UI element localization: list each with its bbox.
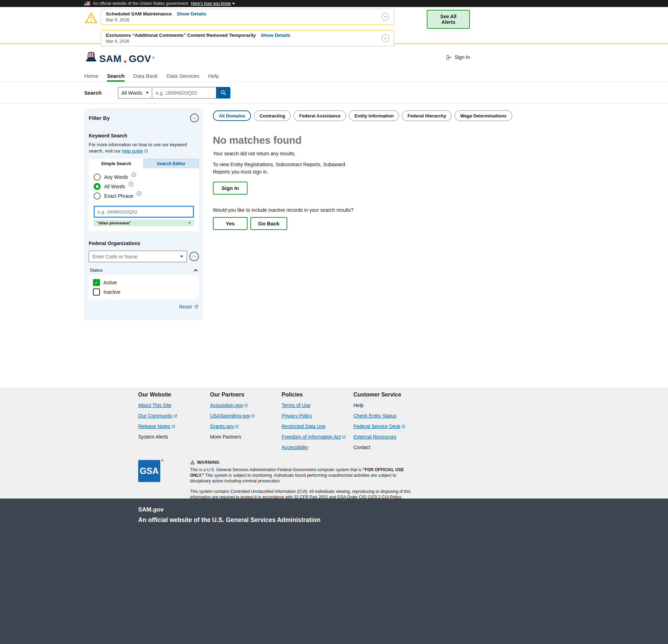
collapse-filters-button[interactable]: −: [190, 114, 199, 122]
pill-federal-assistance[interactable]: Federal Assistance: [293, 110, 346, 121]
checkbox-inactive[interactable]: [93, 289, 100, 296]
nav-item-home[interactable]: Home: [84, 70, 98, 82]
keyword-search-heading: Keyword Search: [89, 133, 199, 138]
footer-link-external-resources[interactable]: External Resources: [353, 434, 396, 440]
alert-show-details-link[interactable]: Show Details: [177, 11, 206, 16]
footer-link-help[interactable]: Help: [353, 402, 364, 408]
pill-all-domains[interactable]: All Domains: [213, 110, 251, 121]
nav-item-data-services[interactable]: Data Services: [167, 70, 199, 82]
footer-link-terms-of-use[interactable]: Terms of Use: [282, 402, 310, 408]
footer-link-release-notes[interactable]: Release Notes: [138, 423, 175, 429]
footer-link-foia[interactable]: Freedom of Information Act: [282, 434, 346, 440]
keyword-tabs: Simple Search Search Editor: [89, 159, 199, 168]
info-icon[interactable]: i: [131, 172, 136, 177]
footer-heading: Our Partners: [210, 392, 282, 398]
footer-link-check-entity-status[interactable]: Check Entity Status: [353, 413, 396, 419]
external-link-icon: [244, 404, 248, 407]
info-icon[interactable]: i: [137, 191, 141, 196]
logo-star-icon: ★: [123, 59, 128, 64]
warning-paragraph-2: This system contains Controlled Unclassi…: [190, 489, 418, 500]
footer-link-grants-gov[interactable]: Grants.gov: [210, 423, 239, 429]
filter-panel: Filter By − Keyword Search For more info…: [84, 109, 203, 320]
search-mode-select[interactable]: All Words: [118, 87, 152, 99]
info-icon[interactable]: i: [129, 182, 133, 187]
close-icon[interactable]: ×: [382, 34, 389, 42]
footer-heading: Customer Service: [353, 392, 445, 398]
radio-exact-phrase-label: Exact Phrase: [104, 193, 133, 199]
footer-heading: Policies: [282, 392, 353, 398]
sign-in-button[interactable]: Sign In: [213, 182, 248, 195]
footer-column-policies: Policies Terms of Use Privacy Policy Res…: [282, 392, 353, 455]
keyword-help-text: For more information on how to use our k…: [89, 142, 199, 154]
reset-filters[interactable]: Reset: [89, 304, 199, 310]
org-more-options-button[interactable]: ···: [189, 252, 199, 261]
pill-federal-hierarchy[interactable]: Federal Hierarchy: [402, 110, 452, 121]
close-icon[interactable]: ×: [382, 13, 389, 21]
filter-by-title: Filter By: [89, 115, 110, 121]
radio-any-words[interactable]: [94, 174, 101, 181]
alert: Scheduled SAM Maintenance Show Details M…: [101, 9, 394, 25]
nav-item-search[interactable]: Search: [107, 70, 124, 82]
gsa-logo: GSA ®: [138, 460, 160, 482]
keyword-input[interactable]: [94, 206, 194, 218]
see-all-alerts-button[interactable]: See All Alerts: [427, 10, 470, 29]
sign-in-link[interactable]: Sign In: [446, 54, 470, 60]
pill-contracting[interactable]: Contracting: [254, 110, 291, 121]
footer-gsa-row: GSA ® WARNING This is a U.S. General Ser…: [138, 460, 530, 500]
footer-link-more-partners[interactable]: More Partners: [210, 434, 241, 440]
radio-all-words[interactable]: [94, 183, 101, 190]
warning-title: WARNING: [197, 460, 220, 465]
checkbox-active[interactable]: ✓: [93, 279, 100, 286]
logo-gov-text: GOV: [129, 54, 151, 64]
footer-link-privacy-policy[interactable]: Privacy Policy: [282, 413, 312, 419]
gov-banner: An official website of the United States…: [0, 0, 668, 7]
nav-item-help[interactable]: Help: [208, 70, 219, 82]
footer-link-system-alerts[interactable]: System Alerts: [138, 434, 168, 440]
inactive-records-question: Would you like to include inactive recor…: [213, 207, 584, 213]
radio-all-words-label: All Words: [104, 184, 125, 189]
pill-wage-determinations[interactable]: Wage Determinations: [454, 110, 512, 121]
how-you-know-link[interactable]: Here’s how you know: [191, 1, 235, 6]
footer-link-restricted-data-use[interactable]: Restricted Data Use: [282, 423, 325, 429]
footer-link-columns: Our Website About This Site Our Communit…: [138, 392, 530, 455]
warning-triangle-icon: [190, 460, 195, 465]
alert-show-details-link[interactable]: Show Details: [261, 33, 290, 38]
footer-link-federal-service-desk[interactable]: Federal Service Desk: [353, 423, 405, 429]
go-back-button[interactable]: Go Back: [250, 217, 287, 230]
us-flag-icon: [84, 1, 90, 6]
status-options-box: ✓ Active Inactive: [89, 275, 199, 299]
search-input[interactable]: [152, 87, 216, 99]
main-nav: Home Search Data Bank Data Services Help: [0, 70, 668, 82]
logo-registered-mark: ®: [152, 56, 155, 60]
nav-item-data-bank[interactable]: Data Bank: [133, 70, 158, 82]
chevron-down-icon: [232, 3, 235, 5]
sam-gov-logo[interactable]: SAM ★ GOV ®: [84, 51, 155, 64]
pill-entity-information[interactable]: Entity Information: [349, 110, 399, 121]
alerts-section: Scheduled SAM Maintenance Show Details M…: [0, 7, 668, 44]
radio-exact-phrase[interactable]: [94, 192, 101, 199]
tab-search-editor[interactable]: Search Editor: [143, 159, 199, 168]
footer-link-contact[interactable]: Contact: [353, 445, 370, 450]
status-section-toggle[interactable]: Status: [89, 267, 199, 273]
footer-column-customer-service: Customer Service Help Check Entity Statu…: [353, 392, 445, 455]
yes-button[interactable]: Yes: [213, 217, 248, 230]
footer-link-accessibility[interactable]: Accessibility: [282, 445, 308, 450]
site-footer: Our Website About This Site Our Communit…: [0, 387, 668, 499]
federal-org-combobox[interactable]: Enter Code or Name: [89, 251, 187, 262]
footer-link-usaspending-gov[interactable]: USASpending.gov: [210, 413, 255, 419]
tab-simple-search[interactable]: Simple Search: [89, 159, 143, 168]
help-guide-link[interactable]: help guide: [122, 148, 148, 154]
federal-organizations-heading: Federal Organizations: [89, 240, 199, 246]
search-button[interactable]: [216, 87, 230, 99]
alert: Exclusions “Additional Comments” Content…: [101, 30, 394, 46]
checkbox-inactive-label: Inactive: [103, 289, 120, 295]
footer-column-our-website: Our Website About This Site Our Communit…: [138, 392, 210, 455]
remove-keyword-icon[interactable]: ×: [188, 221, 191, 225]
search-bar-row: Search All Words: [0, 82, 668, 104]
alert-title: Exclusions “Additional Comments” Content…: [106, 33, 256, 38]
footer-link-our-community[interactable]: Our Community: [138, 413, 177, 419]
footer-link-acquisition-gov[interactable]: Acquisition.gov: [210, 402, 248, 408]
identifier-footer: SAM.gov An official website of the U.S. …: [0, 499, 668, 644]
alert-list: Scheduled SAM Maintenance Show Details M…: [101, 9, 394, 46]
footer-link-about-this-site[interactable]: About This Site: [138, 402, 171, 408]
